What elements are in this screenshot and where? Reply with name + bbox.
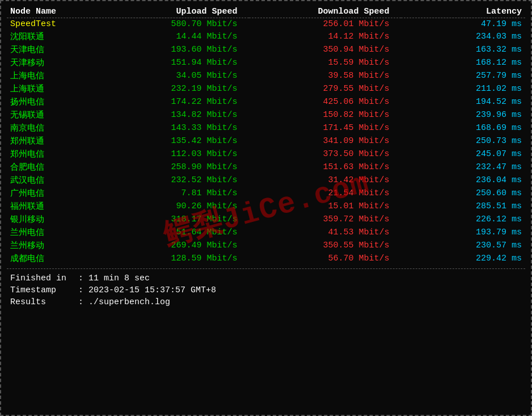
row-latency: 232.47 ms — [401, 161, 525, 174]
row-latency: 234.03 ms — [401, 30, 525, 43]
row-node: 福州联通 — [7, 200, 96, 213]
row-latency: 229.42 ms — [401, 252, 525, 265]
row-node: 郑州电信 — [7, 148, 96, 161]
row-latency: 168.69 ms — [401, 121, 525, 135]
row-download: 150.82 Mbit/s — [249, 108, 401, 121]
finished-label: Finished in — [10, 274, 78, 283]
speed-table: Node Name Upload Speed Download Speed La… — [7, 6, 525, 265]
row-node: 上海电信 — [7, 69, 96, 82]
footer-timestamp: Timestamp : 2023-02-15 15:37:57 GMT+8 — [7, 284, 525, 296]
col-node: Node Name — [7, 6, 96, 18]
row-upload: 134.82 Mbit/s — [96, 108, 248, 121]
speedtest-latency: 47.19 ms — [401, 18, 525, 31]
row-upload: 51.64 Mbit/s — [96, 226, 248, 239]
row-upload: 232.52 Mbit/s — [96, 174, 248, 187]
row-upload: 174.22 Mbit/s — [96, 95, 248, 108]
row-download: 341.09 Mbit/s — [249, 135, 401, 148]
table-row: 福州联通90.26 Mbit/s15.01 Mbit/s285.51 ms — [7, 200, 525, 213]
row-download: 279.55 Mbit/s — [249, 82, 401, 95]
table-row: 广州电信7.81 Mbit/s21.54 Mbit/s250.60 ms — [7, 187, 525, 200]
main-container: 鳄梨JiCe.com Node Name Upload Speed Downlo… — [0, 0, 532, 416]
table-row: 郑州联通135.42 Mbit/s341.09 Mbit/s250.73 ms — [7, 135, 525, 148]
row-latency: 168.12 ms — [401, 56, 525, 69]
row-latency: 193.79 ms — [401, 226, 525, 239]
footer-results: Results : ./superbench.log — [7, 296, 525, 308]
results-value: : ./superbench.log — [78, 297, 170, 307]
row-latency: 163.32 ms — [401, 43, 525, 56]
table-row: 银川移动318.17 Mbit/s359.72 Mbit/s226.12 ms — [7, 213, 525, 226]
row-node: 天津电信 — [7, 43, 96, 56]
row-upload: 258.90 Mbit/s — [96, 161, 248, 174]
col-latency: Latency — [401, 6, 525, 18]
row-node: 兰州移动 — [7, 239, 96, 252]
row-node: 无锡联通 — [7, 108, 96, 121]
table-row: 天津电信193.60 Mbit/s350.94 Mbit/s163.32 ms — [7, 43, 525, 56]
finished-value: : 11 min 8 sec — [78, 274, 150, 283]
table-row: 天津移动151.94 Mbit/s15.59 Mbit/s168.12 ms — [7, 56, 525, 69]
row-download: 15.59 Mbit/s — [249, 56, 401, 69]
table-row: 无锡联通134.82 Mbit/s150.82 Mbit/s239.96 ms — [7, 108, 525, 121]
speedtest-download: 256.01 Mbit/s — [249, 18, 401, 31]
row-node: 武汉电信 — [7, 174, 96, 187]
row-node: 天津移动 — [7, 56, 96, 69]
row-latency: 236.04 ms — [401, 174, 525, 187]
table-row: 扬州电信174.22 Mbit/s425.06 Mbit/s194.52 ms — [7, 95, 525, 108]
table-row: 兰州移动269.49 Mbit/s350.55 Mbit/s230.57 ms — [7, 239, 525, 252]
row-latency: 230.57 ms — [401, 239, 525, 252]
table-header: Node Name Upload Speed Download Speed La… — [7, 6, 525, 18]
row-node: 沈阳联通 — [7, 30, 96, 43]
row-latency: 250.73 ms — [401, 135, 525, 148]
row-upload: 34.05 Mbit/s — [96, 69, 248, 82]
row-upload: 318.17 Mbit/s — [96, 213, 248, 226]
row-node: 南京电信 — [7, 121, 96, 135]
row-download: 350.94 Mbit/s — [249, 43, 401, 56]
footer-finished: Finished in : 11 min 8 sec — [7, 272, 525, 284]
row-upload: 193.60 Mbit/s — [96, 43, 248, 56]
row-download: 31.42 Mbit/s — [249, 174, 401, 187]
row-download: 350.55 Mbit/s — [249, 239, 401, 252]
row-node: 成都电信 — [7, 252, 96, 265]
table-row: 上海联通232.19 Mbit/s279.55 Mbit/s211.02 ms — [7, 82, 525, 95]
row-node: 扬州电信 — [7, 95, 96, 108]
row-latency: 226.12 ms — [401, 213, 525, 226]
table-row: 合肥电信258.90 Mbit/s151.63 Mbit/s232.47 ms — [7, 161, 525, 174]
table-row: 武汉电信232.52 Mbit/s31.42 Mbit/s236.04 ms — [7, 174, 525, 187]
row-latency: 245.07 ms — [401, 148, 525, 161]
row-upload: 232.19 Mbit/s — [96, 82, 248, 95]
row-latency: 239.96 ms — [401, 108, 525, 121]
row-download: 171.45 Mbit/s — [249, 121, 401, 135]
table-row: 南京电信143.33 Mbit/s171.45 Mbit/s168.69 ms — [7, 121, 525, 135]
row-download: 21.54 Mbit/s — [249, 187, 401, 200]
row-download: 151.63 Mbit/s — [249, 161, 401, 174]
row-upload: 143.33 Mbit/s — [96, 121, 248, 135]
row-download: 373.50 Mbit/s — [249, 148, 401, 161]
table-row: 兰州电信51.64 Mbit/s41.53 Mbit/s193.79 ms — [7, 226, 525, 239]
speedtest-node: SpeedTest — [7, 18, 96, 31]
row-download: 15.01 Mbit/s — [249, 200, 401, 213]
table-row: 郑州电信112.03 Mbit/s373.50 Mbit/s245.07 ms — [7, 148, 525, 161]
results-label: Results — [10, 297, 78, 307]
row-download: 14.12 Mbit/s — [249, 30, 401, 43]
table-row: 沈阳联通14.44 Mbit/s14.12 Mbit/s234.03 ms — [7, 30, 525, 43]
col-upload: Upload Speed — [96, 6, 248, 18]
row-download: 56.70 Mbit/s — [249, 252, 401, 265]
row-node: 银川移动 — [7, 213, 96, 226]
row-latency: 211.02 ms — [401, 82, 525, 95]
row-node: 郑州联通 — [7, 135, 96, 148]
row-latency: 250.60 ms — [401, 187, 525, 200]
row-latency: 194.52 ms — [401, 95, 525, 108]
footer-section: Finished in : 11 min 8 sec Timestamp : 2… — [7, 268, 525, 308]
row-upload: 14.44 Mbit/s — [96, 30, 248, 43]
row-download: 359.72 Mbit/s — [249, 213, 401, 226]
row-node: 兰州电信 — [7, 226, 96, 239]
row-latency: 285.51 ms — [401, 200, 525, 213]
row-upload: 135.42 Mbit/s — [96, 135, 248, 148]
row-latency: 257.79 ms — [401, 69, 525, 82]
row-node: 合肥电信 — [7, 161, 96, 174]
row-node: 广州电信 — [7, 187, 96, 200]
row-upload: 112.03 Mbit/s — [96, 148, 248, 161]
table-row: 成都电信128.59 Mbit/s56.70 Mbit/s229.42 ms — [7, 252, 525, 265]
row-download: 41.53 Mbit/s — [249, 226, 401, 239]
col-download: Download Speed — [249, 6, 401, 18]
speedtest-upload: 580.70 Mbit/s — [96, 18, 248, 31]
